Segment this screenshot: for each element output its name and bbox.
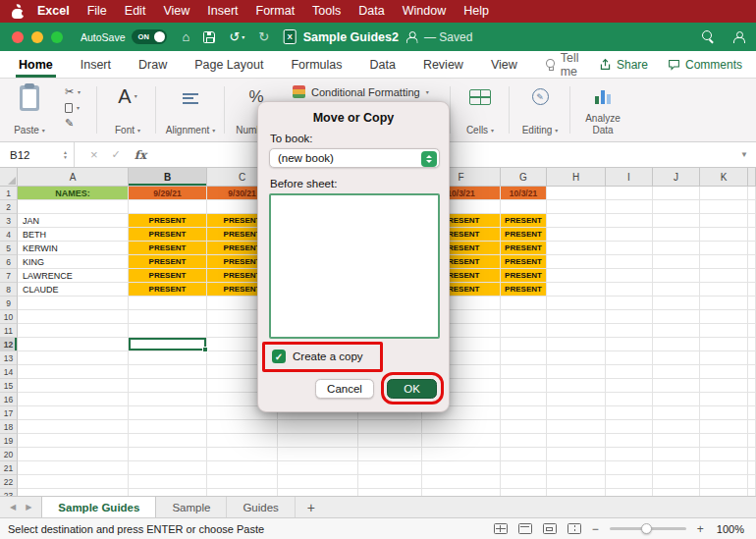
cell-K1[interactable] [700, 187, 748, 200]
column-header-G[interactable]: G [501, 168, 547, 187]
cell-G12[interactable] [501, 338, 547, 351]
cell-B18[interactable] [129, 420, 207, 434]
cell-B7[interactable]: PRESENT [129, 269, 207, 283]
cell-G14[interactable] [501, 365, 547, 379]
cell-B19[interactable] [129, 434, 207, 448]
menu-item-edit[interactable]: Edit [116, 0, 155, 23]
close-window-button[interactable] [12, 31, 24, 43]
zoom-window-button[interactable] [51, 31, 63, 43]
column-header-B[interactable]: B [129, 168, 207, 187]
cell-K13[interactable] [700, 351, 748, 365]
cell-K9[interactable] [700, 296, 748, 310]
column-header-H[interactable]: H [547, 168, 606, 187]
cell-A2[interactable] [18, 200, 129, 214]
cell-H16[interactable] [547, 393, 606, 406]
name-box[interactable]: B12 ▲▼ [0, 142, 75, 167]
cell-I5[interactable] [606, 242, 653, 255]
cell-H8[interactable] [547, 283, 606, 296]
formula-bar-expand-icon[interactable]: ▼ [740, 150, 748, 159]
cell-K14[interactable] [700, 365, 748, 379]
cell-J1[interactable] [653, 187, 700, 200]
home-icon[interactable]: ⌂ [183, 29, 190, 44]
cell-B9[interactable] [129, 296, 207, 310]
row-header-13[interactable]: 13 [0, 351, 18, 365]
cell-J13[interactable] [653, 351, 700, 365]
cell-K22[interactable] [700, 475, 748, 489]
cell-K3[interactable] [700, 214, 748, 228]
cell-I15[interactable] [606, 379, 653, 393]
cell-D23[interactable] [278, 489, 358, 496]
menu-item-view[interactable]: View [154, 0, 198, 23]
cell-A8[interactable]: CLAUDE [18, 283, 129, 296]
menu-item-file[interactable]: File [79, 0, 116, 23]
confirm-entry-icon[interactable]: ✓ [112, 148, 121, 161]
redo-icon[interactable]: ↻ [258, 29, 269, 44]
cell-J11[interactable] [653, 324, 700, 338]
cell-B15[interactable] [129, 379, 207, 393]
cell-G23[interactable] [501, 489, 547, 496]
menu-item-window[interactable]: Window [394, 0, 455, 23]
menu-item-format[interactable]: Format [247, 0, 304, 23]
column-header-J[interactable]: J [653, 168, 700, 187]
cell-G3[interactable]: PRESENT [501, 214, 547, 228]
zoom-slider-knob[interactable] [641, 523, 652, 534]
cell-A3[interactable]: JAN [18, 214, 129, 228]
cell-K20[interactable] [700, 448, 748, 461]
cells-group-button[interactable]: Cells▾ [456, 79, 505, 141]
conditional-formatting-button[interactable]: Conditional Formatting ▾ [293, 85, 429, 98]
cell-K8[interactable] [700, 283, 748, 296]
row-header-21[interactable]: 21 [0, 461, 18, 475]
zoom-out-icon[interactable]: − [592, 522, 599, 536]
cell-B12[interactable] [129, 338, 207, 351]
ribbon-tab-view[interactable]: View [488, 51, 520, 78]
cell-A1[interactable]: NAMES: [18, 187, 129, 200]
cell-H9[interactable] [547, 296, 606, 310]
cell-K19[interactable] [700, 434, 748, 448]
cell-A23[interactable] [18, 489, 129, 496]
sheet-tab-guides[interactable]: Guides [227, 497, 295, 517]
cell-I7[interactable] [606, 269, 653, 283]
cell-B23[interactable] [129, 489, 207, 496]
menu-item-tools[interactable]: Tools [303, 0, 350, 23]
cell-A22[interactable] [18, 475, 129, 489]
cell-A6[interactable]: KING [18, 255, 129, 269]
row-header-18[interactable]: 18 [0, 420, 18, 434]
ribbon-tab-review[interactable]: Review [420, 51, 466, 78]
cell-C19[interactable] [207, 434, 278, 448]
cell-E19[interactable] [358, 434, 422, 448]
account-icon[interactable] [732, 31, 744, 43]
cell-F19[interactable] [422, 434, 501, 448]
cell-B4[interactable]: PRESENT [129, 228, 207, 242]
cell-A21[interactable] [18, 461, 129, 475]
cell-A19[interactable] [18, 434, 129, 448]
cell-K17[interactable] [700, 406, 748, 420]
cell-B2[interactable] [129, 200, 207, 214]
cell-I2[interactable] [606, 200, 653, 214]
cell-J15[interactable] [653, 379, 700, 393]
column-header-K[interactable]: K [700, 168, 748, 187]
ribbon-tab-home[interactable]: Home [16, 51, 56, 78]
copy-button[interactable]: ▾ [65, 101, 81, 114]
cell-K16[interactable] [700, 393, 748, 406]
sheet-tab-sample-guides[interactable]: Sample Guides [41, 497, 156, 517]
cell-J17[interactable] [653, 406, 700, 420]
cell-J16[interactable] [653, 393, 700, 406]
cell-J18[interactable] [653, 420, 700, 434]
cell-I17[interactable] [606, 406, 653, 420]
before-sheet-listbox[interactable] [269, 193, 440, 339]
cell-J12[interactable] [653, 338, 700, 351]
cell-K21[interactable] [700, 461, 748, 475]
cell-J23[interactable] [653, 489, 700, 496]
save-icon[interactable] [203, 31, 215, 43]
cell-G17[interactable] [501, 406, 547, 420]
cell-I20[interactable] [606, 448, 653, 461]
menu-item-excel[interactable]: Excel [28, 0, 79, 23]
cell-G18[interactable] [501, 420, 547, 434]
row-header-12[interactable]: 12 [0, 338, 18, 351]
tell-me-button[interactable]: Tell me [546, 51, 599, 78]
cell-A12[interactable] [18, 338, 129, 351]
cell-G11[interactable] [501, 324, 547, 338]
cell-G1[interactable]: 10/3/21 [501, 187, 547, 200]
row-header-23[interactable]: 23 [0, 489, 18, 496]
cell-K5[interactable] [700, 242, 748, 255]
